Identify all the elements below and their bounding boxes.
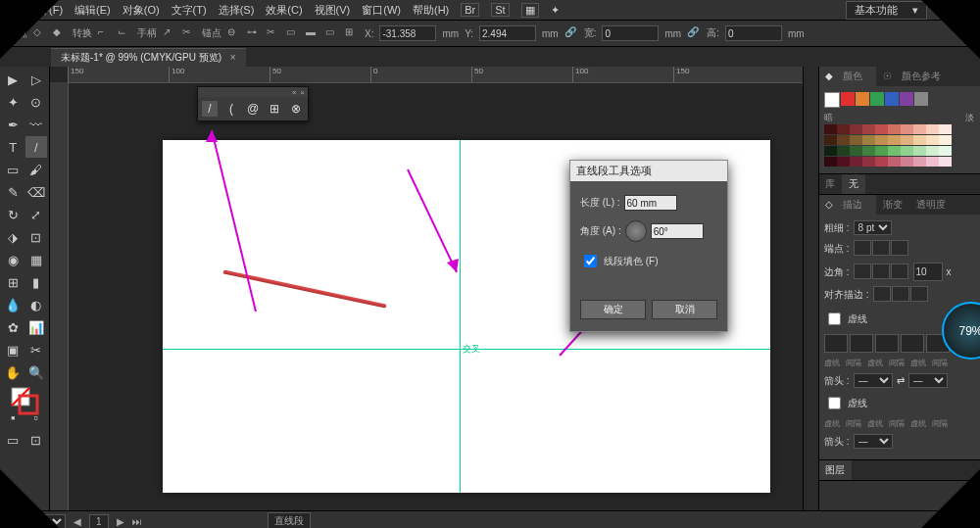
corner-round[interactable] — [872, 264, 890, 279]
mesh-tool[interactable]: ⊞ — [2, 271, 24, 293]
menu-object[interactable]: 对象(O) — [122, 3, 160, 18]
gap-input[interactable] — [901, 334, 924, 353]
close-tab-icon[interactable]: × — [230, 52, 236, 63]
slice-tool[interactable]: ✂ — [25, 339, 48, 360]
line-tool-flyout[interactable]: «× / ( @ ⊞ ⊗ — [197, 86, 309, 121]
graph-tool[interactable]: 📊 — [25, 316, 48, 338]
gradient-tab[interactable]: 渐变 — [876, 195, 909, 215]
angle-input[interactable] — [651, 223, 704, 239]
prev-artboard-icon[interactable]: ◀ — [74, 516, 81, 527]
spiral-tool-icon[interactable]: @ — [245, 101, 261, 117]
lasso-tool[interactable]: ⊙ — [25, 91, 48, 113]
eyedropper-tool[interactable]: 💧 — [2, 294, 24, 315]
arrow-start2[interactable]: — — [854, 434, 893, 449]
eraser-tool[interactable]: ⌫ — [25, 181, 48, 203]
ref-point-icon[interactable]: ⊞ — [345, 26, 359, 40]
toolbar-icon[interactable]: ▦ — [521, 3, 539, 18]
selection-tool[interactable]: ▶ — [2, 69, 24, 90]
h-input[interactable] — [725, 25, 782, 41]
swatch[interactable] — [856, 92, 869, 106]
cap-square[interactable] — [891, 240, 908, 256]
fill-line-checkbox[interactable] — [584, 255, 597, 267]
zoom-tool[interactable]: 🔍 — [25, 361, 48, 383]
color-guide-tab[interactable]: ☉ 颜色参考 — [876, 67, 955, 86]
workspace-switcher[interactable]: 基本功能 ▾ — [846, 1, 927, 20]
paintbrush-tool[interactable]: 🖌 — [25, 159, 48, 180]
menu-help[interactable]: 帮助(H) — [413, 3, 449, 18]
swatch[interactable] — [885, 92, 899, 106]
menu-window[interactable]: 窗口(W) — [362, 3, 401, 18]
dashed-checkbox2[interactable] — [828, 396, 841, 410]
menu-effect[interactable]: 效果(C) — [266, 3, 302, 18]
direct-selection-tool[interactable]: ▷ — [25, 69, 48, 90]
color-mode[interactable]: ▫ — [25, 407, 48, 428]
curvature-tool[interactable]: 〰 — [25, 114, 48, 135]
artboard-nav[interactable]: 1 — [89, 514, 109, 529]
menu-edit[interactable]: 编辑(E) — [74, 3, 111, 18]
line-segment-tool[interactable]: / — [25, 136, 48, 158]
angle-dial[interactable] — [625, 220, 647, 242]
convert-icon[interactable]: ⌙ — [118, 26, 131, 40]
arc-tool-icon[interactable]: ( — [223, 101, 239, 117]
swap-arrow-icon[interactable]: ⇄ — [897, 375, 905, 386]
cancel-button[interactable]: 取消 — [652, 300, 717, 319]
align-icon[interactable]: ▭ — [325, 26, 339, 40]
screen-mode[interactable]: ⊡ — [25, 429, 48, 451]
align-center[interactable] — [873, 286, 891, 302]
swatch[interactable] — [900, 92, 913, 106]
grid-tool-icon[interactable]: ⊞ — [267, 101, 282, 117]
miter-limit[interactable] — [913, 263, 943, 281]
shape-builder-tool[interactable]: ◉ — [2, 249, 24, 270]
blend-tool[interactable]: ◐ — [25, 294, 48, 315]
arrow-end[interactable]: — — [908, 373, 948, 388]
corner-bevel[interactable] — [891, 264, 908, 279]
last-artboard-icon[interactable]: ⏭ — [132, 516, 142, 527]
weight-select[interactable]: 8 pt — [854, 220, 892, 235]
base-color[interactable] — [824, 92, 840, 108]
handle-icon[interactable]: ✂ — [182, 26, 196, 40]
align-outside[interactable] — [910, 286, 928, 302]
cap-round[interactable] — [872, 240, 890, 256]
menu-view[interactable]: 视图(V) — [315, 3, 351, 18]
layers-tab[interactable]: 图层 — [818, 460, 852, 480]
align-icon[interactable]: ▬ — [306, 26, 319, 40]
none-tab[interactable]: 无 — [842, 174, 865, 194]
align-icon[interactable]: ▭ — [286, 26, 300, 40]
cut-path-icon[interactable]: ✂ — [267, 26, 280, 40]
guide-vertical[interactable] — [460, 140, 461, 493]
scale-tool[interactable]: ⤢ — [25, 204, 48, 225]
align-inside[interactable] — [892, 286, 909, 302]
symbol-sprayer-tool[interactable]: ✿ — [2, 316, 24, 338]
drawn-line[interactable] — [222, 269, 386, 308]
swatch[interactable] — [841, 92, 855, 106]
menu-select[interactable]: 选择(S) — [219, 3, 255, 18]
hand-tool[interactable]: ✋ — [2, 361, 24, 383]
dash-input[interactable] — [875, 334, 899, 353]
toolbar-icon[interactable]: ✦ — [551, 4, 560, 17]
menu-type[interactable]: 文字(T) — [172, 3, 207, 18]
next-artboard-icon[interactable]: ▶ — [117, 516, 124, 527]
stroke-tab[interactable]: ◇ 描边 — [818, 195, 876, 215]
screen-mode[interactable]: ▭ — [2, 429, 24, 451]
y-input[interactable] — [479, 25, 536, 41]
flyout-collapse-icon[interactable]: « — [292, 88, 296, 96]
free-transform-tool[interactable]: ⊡ — [25, 226, 48, 248]
swatch[interactable] — [914, 92, 928, 106]
dash-input[interactable] — [824, 334, 848, 353]
x-input[interactable] — [379, 25, 436, 41]
artboard-tool[interactable]: ▣ — [2, 339, 24, 360]
connect-icon[interactable]: ⊶ — [247, 26, 261, 40]
panel-dock[interactable] — [804, 67, 819, 510]
color-mode[interactable]: ▪ — [2, 407, 24, 428]
library-tab[interactable]: 库 — [818, 174, 842, 194]
shaper-tool[interactable]: ✎ — [2, 181, 24, 203]
link-icon[interactable]: 🔗 — [687, 26, 701, 40]
pen-tool[interactable]: ✒ — [2, 114, 24, 135]
line-tool-icon[interactable]: / — [202, 101, 218, 117]
polar-grid-tool-icon[interactable]: ⊗ — [288, 101, 304, 117]
swatch[interactable] — [870, 92, 884, 106]
length-input[interactable] — [624, 195, 677, 211]
arrow-start[interactable]: — — [854, 373, 893, 388]
flyout-close-icon[interactable]: × — [300, 88, 305, 96]
type-tool[interactable]: T — [2, 136, 24, 158]
